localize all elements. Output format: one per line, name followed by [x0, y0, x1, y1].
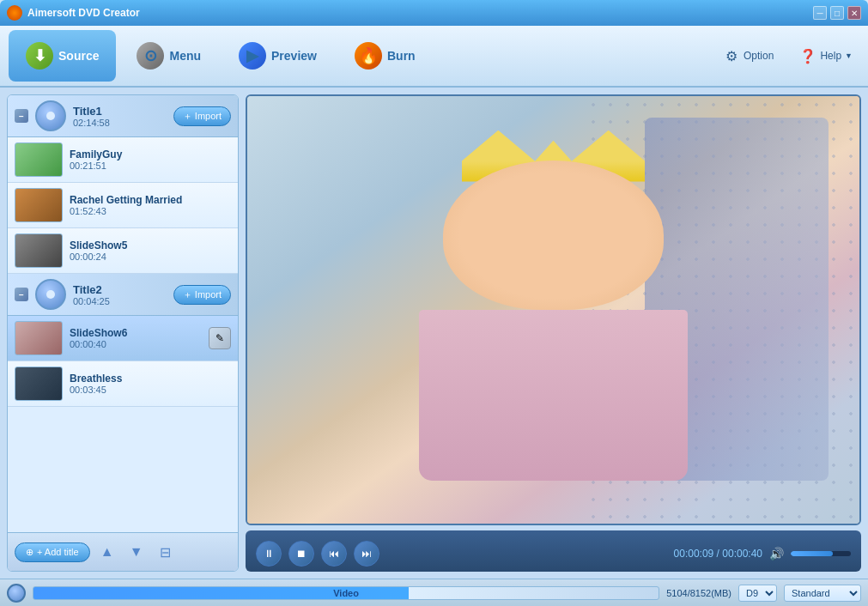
clip-familyguy-thumbnail: [15, 142, 63, 177]
clip-slideshow6-info: SlideShow6 00:00:40: [70, 327, 202, 349]
clip-breathless[interactable]: Breathless 00:03:45: [8, 361, 238, 407]
current-time: 00:00:09: [674, 548, 714, 560]
clip-familyguy-name: FamilyGuy: [70, 148, 231, 161]
clip-rachel[interactable]: Rachel Getting Married 01:52:43: [8, 183, 238, 228]
minimize-button[interactable]: ─: [813, 6, 827, 20]
tab-burn[interactable]: 🔥 Burn: [337, 30, 433, 82]
title1-info: Title1 02:14:58: [73, 105, 167, 128]
help-dropdown-icon: ▼: [845, 52, 853, 60]
option-button[interactable]: ⚙ Option: [716, 44, 780, 68]
clip-breathless-name: Breathless: [70, 373, 231, 385]
video-content: [247, 96, 859, 524]
title1-name: Title1: [73, 105, 167, 118]
clip-rachel-name: Rachel Getting Married: [70, 194, 231, 206]
add-title-label: + Add title: [37, 547, 79, 557]
maximize-button[interactable]: □: [830, 6, 844, 20]
clip-breathless-thumbnail: [15, 367, 63, 401]
clip-slideshow6-edit-button[interactable]: ✎: [209, 327, 231, 349]
video-preview: [246, 94, 861, 525]
clip-rachel-thumbnail: [15, 188, 63, 222]
title-bar-controls: ─ □ ✕: [813, 6, 861, 20]
tab-source[interactable]: ⬇ Source: [9, 30, 116, 82]
preview-icon: ▶: [239, 42, 266, 70]
status-progress-bar: Video: [33, 586, 659, 600]
video-controls: ⏸ ⏹ ⏮ ⏭ 00:00:09 / 00:00:40 🔊: [246, 530, 861, 572]
title-bar: Aimersoft DVD Creator ─ □ ✕: [0, 0, 868, 26]
tab-burn-label: Burn: [387, 49, 416, 63]
title-group-1: − Title1 02:14:58 ＋ Import: [8, 95, 238, 137]
pause-button[interactable]: ⏸: [256, 541, 282, 567]
app-title: Aimersoft DVD Creator: [27, 7, 140, 19]
add-title-button[interactable]: ⊕ + Add title: [15, 542, 90, 562]
help-icon: ❓: [799, 47, 816, 64]
title1-disc-icon: [35, 100, 66, 131]
next-button[interactable]: ⏭: [354, 541, 379, 567]
title2-collapse-btn[interactable]: −: [15, 288, 28, 301]
title2-info: Title2 00:04:25: [73, 283, 167, 306]
clip-slideshow6[interactable]: SlideShow6 00:00:40 ✎: [8, 316, 238, 361]
dress-element: [419, 310, 689, 481]
tab-preview[interactable]: ▶ Preview: [222, 30, 334, 82]
clip-familyguy-info: FamilyGuy 00:21:51: [70, 148, 231, 171]
clip-familyguy[interactable]: FamilyGuy 00:21:51: [8, 137, 238, 183]
clip-slideshow5-duration: 00:00:24: [70, 251, 231, 262]
tab-menu-label: Menu: [169, 49, 201, 63]
clip-slideshow5[interactable]: SlideShow5 00:00:24: [8, 228, 238, 274]
toolbar-right: ⚙ Option ❓ Help ▼: [716, 44, 859, 68]
volume-slider[interactable]: [791, 551, 851, 556]
clip-familyguy-duration: 00:21:51: [70, 161, 231, 171]
title1-import-button[interactable]: ＋ Import: [173, 106, 231, 126]
face-element: [443, 161, 664, 310]
title2-header: − Title2 00:04:25 ＋ Import: [8, 274, 238, 315]
status-video-label: Video: [333, 588, 359, 598]
quality-select[interactable]: Standard High Quality Best Quality: [784, 585, 861, 602]
option-label: Option: [744, 50, 774, 62]
main-content: − Title1 02:14:58 ＋ Import FamilyGuy 00:: [0, 88, 868, 579]
title2-disc-icon: [35, 279, 66, 310]
delete-button[interactable]: ⊟: [154, 540, 178, 564]
gear-icon: ⚙: [723, 47, 740, 64]
prev-button[interactable]: ⏮: [321, 541, 347, 567]
title1-disc-inner: [46, 112, 55, 120]
left-panel-footer: ⊕ + Add title ▲ ▼ ⊟: [8, 532, 238, 571]
title1-collapse-btn[interactable]: −: [15, 109, 28, 123]
title2-import-button[interactable]: ＋ Import: [173, 285, 231, 305]
clip-slideshow6-thumbnail: [15, 321, 63, 355]
left-panel: − Title1 02:14:58 ＋ Import FamilyGuy 00:: [7, 94, 239, 572]
source-icon: ⬇: [26, 42, 53, 70]
title1-header: − Title1 02:14:58 ＋ Import: [8, 95, 238, 136]
clip-slideshow5-name: SlideShow5: [70, 239, 231, 251]
clip-slideshow5-thumbnail: [15, 233, 63, 268]
clip-slideshow5-info: SlideShow5 00:00:24: [70, 239, 231, 262]
clip-slideshow6-name: SlideShow6: [70, 327, 202, 339]
title-bar-left: Aimersoft DVD Creator: [7, 5, 140, 21]
close-button[interactable]: ✕: [847, 6, 861, 20]
help-button[interactable]: ❓ Help ▼: [792, 44, 859, 68]
clip-slideshow6-duration: 00:00:40: [70, 339, 202, 349]
total-time: 00:00:40: [722, 548, 762, 560]
time-display: 00:00:09 / 00:00:40: [674, 548, 762, 560]
title1-duration: 02:14:58: [73, 118, 167, 128]
right-panel: ⏸ ⏹ ⏮ ⏭ 00:00:09 / 00:00:40 🔊: [246, 94, 861, 572]
clip-breathless-duration: 00:03:45: [70, 385, 231, 395]
controls-progress-wrapper: ⏸ ⏹ ⏮ ⏭ 00:00:09 / 00:00:40 🔊: [256, 536, 851, 567]
stop-button[interactable]: ⏹: [288, 541, 314, 567]
tab-menu[interactable]: ⊙ Menu: [119, 30, 218, 82]
toolbar: ⬇ Source ⊙ Menu ▶ Preview 🔥 Burn ⚙ Optio…: [0, 26, 868, 88]
move-up-button[interactable]: ▲: [95, 540, 119, 564]
clip-breathless-info: Breathless 00:03:45: [70, 373, 231, 395]
title2-duration: 00:04:25: [73, 296, 167, 306]
status-disc-icon: [7, 584, 26, 603]
tab-preview-label: Preview: [271, 49, 317, 63]
help-label: Help: [820, 50, 841, 62]
clips-list[interactable]: − Title1 02:14:58 ＋ Import FamilyGuy 00:: [8, 95, 238, 532]
clip-rachel-duration: 01:52:43: [70, 206, 231, 216]
disc-type-select[interactable]: D9: [738, 585, 777, 602]
menu-icon: ⊙: [137, 42, 164, 70]
app-icon: [7, 5, 22, 21]
status-bar: Video 5104/8152(MB) D9 Standard High Qua…: [0, 579, 868, 606]
volume-fill: [791, 551, 833, 556]
title2-name: Title2: [73, 283, 167, 296]
move-down-button[interactable]: ▼: [124, 540, 149, 564]
clip-rachel-info: Rachel Getting Married 01:52:43: [70, 194, 231, 216]
